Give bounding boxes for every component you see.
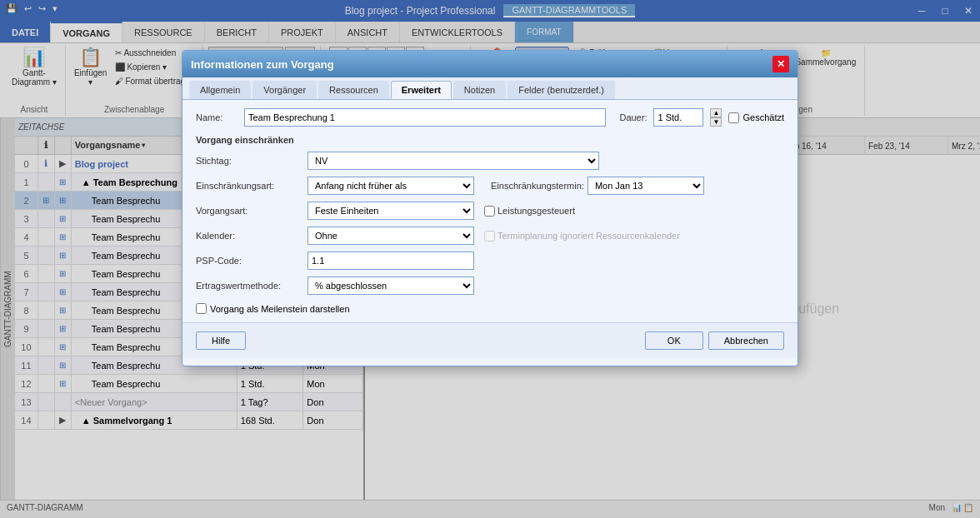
einschraenkungsart-select[interactable]: Anfang nicht früher als Anfang nicht spä… <box>308 177 474 195</box>
einschraenkungstermin-select[interactable]: Mon Jan 13 <box>588 177 704 195</box>
tab-vorgaenger[interactable]: Vorgänger <box>252 81 317 99</box>
dialog-footer: Hilfe OK Abbrechen <box>182 322 798 358</box>
meilenstein-row: Vorgang als Meilenstein darstellen <box>196 303 784 314</box>
name-input[interactable] <box>244 108 606 127</box>
dialog-tabs: Allgemein Vorgänger Ressourcen Erweitert… <box>182 77 798 100</box>
vorgangsart-row: Vorgangsart: Feste Einheiten Feste Dauer… <box>196 202 784 220</box>
dialog-body: Name: Dauer: ▲ ▼ Geschätzt Vorgang einsc… <box>182 100 798 322</box>
psp-label: PSP-Code: <box>196 256 304 266</box>
spin-down-btn[interactable]: ▼ <box>710 117 722 127</box>
dialog-footer-right: OK Abbrechen <box>645 331 784 350</box>
psp-input[interactable] <box>308 252 474 270</box>
dauer-spinner: ▲ ▼ <box>710 108 722 127</box>
name-label: Name: <box>196 112 238 122</box>
einschraenkungsart-row: Einschränkungsart: Anfang nicht früher a… <box>196 177 784 195</box>
leistungsgesteuert-checkbox[interactable] <box>484 206 495 217</box>
dialog-titlebar: Informationen zum Vorgang ✕ <box>182 51 798 77</box>
meilenstein-checkbox[interactable] <box>196 303 207 314</box>
geschaetzt-checkbox[interactable] <box>728 112 739 123</box>
abbrechen-btn[interactable]: Abbrechen <box>708 331 784 350</box>
kalender-label: Kalender: <box>196 231 304 241</box>
dialog-title: Informationen zum Vorgang <box>191 58 334 71</box>
spin-up-btn[interactable]: ▲ <box>710 108 722 117</box>
ertragswertmethode-select[interactable]: % abgeschlossen Physikalisch abgeschloss… <box>308 276 474 295</box>
tab-notizen[interactable]: Notizen <box>453 81 506 99</box>
einschraenkungsart-label: Einschränkungsart: <box>196 181 304 191</box>
ok-btn[interactable]: OK <box>645 331 703 350</box>
geschaetzt-container: Geschätzt <box>728 112 784 123</box>
leistungsgesteuert-label: Leistungsgesteuert <box>498 206 575 216</box>
einschraenken-title: Vorgang einschränken <box>196 135 784 145</box>
dialog-close-btn[interactable]: ✕ <box>772 56 789 72</box>
hilfe-btn[interactable]: Hilfe <box>196 331 246 350</box>
tab-erweitert[interactable]: Erweitert <box>391 81 452 99</box>
einschraenkungstermin-label: Einschränkungstermin: <box>491 181 584 191</box>
psp-row: PSP-Code: <box>196 252 784 270</box>
dialog-overlay: Informationen zum Vorgang ✕ Allgemein Vo… <box>0 0 980 518</box>
dialog-informationen: Informationen zum Vorgang ✕ Allgemein Vo… <box>182 50 798 366</box>
vorgangsart-label: Vorgangsart: <box>196 206 304 216</box>
kalender-row: Kalender: Ohne Terminplanung ignoriert R… <box>196 227 784 245</box>
tab-felder[interactable]: Felder (benutzerdef.) <box>508 81 615 99</box>
dauer-label: Dauer: <box>619 112 647 122</box>
ertragswertmethode-label: Ertragswertmethode: <box>196 281 304 291</box>
stichtag-label: Stichtag: <box>196 156 304 166</box>
kalender-select[interactable]: Ohne <box>308 227 474 245</box>
meilenstein-label: Vorgang als Meilenstein darstellen <box>210 304 350 314</box>
name-row: Name: Dauer: ▲ ▼ Geschätzt <box>196 108 784 127</box>
tab-allgemein[interactable]: Allgemein <box>189 81 251 99</box>
tab-ressourcen[interactable]: Ressourcen <box>318 81 389 99</box>
geschaetzt-label: Geschätzt <box>742 112 784 122</box>
stichtag-select[interactable]: NV <box>308 152 599 170</box>
ertragswertmethode-row: Ertragswertmethode: % abgeschlossen Phys… <box>196 276 784 295</box>
leistungsgesteuert-container: Leistungsgesteuert <box>484 206 575 217</box>
stichtag-row: Stichtag: NV <box>196 152 784 170</box>
terminplanung-checkbox[interactable] <box>484 231 495 242</box>
dauer-input[interactable] <box>653 108 703 127</box>
vorgangsart-select[interactable]: Feste Einheiten Feste Dauer Feste Arbeit <box>308 202 474 220</box>
terminplanung-container: Terminplanung ignoriert Ressourcenkalend… <box>484 231 680 242</box>
terminplanung-label: Terminplanung ignoriert Ressourcenkalend… <box>498 231 680 241</box>
